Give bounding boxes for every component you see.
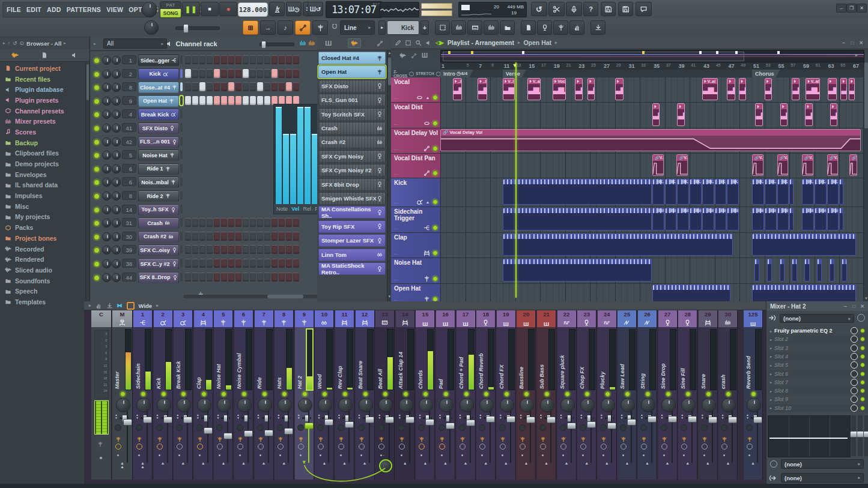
pan-mini-fader[interactable] bbox=[565, 417, 574, 419]
fx-eq-fader-3[interactable] bbox=[864, 415, 868, 456]
stereo-sep-knob[interactable] bbox=[479, 424, 485, 431]
route-source-arrow[interactable]: ▼ bbox=[302, 459, 307, 465]
step-15[interactable] bbox=[286, 69, 292, 78]
pattern-clip[interactable]: ∃K.. bbox=[839, 179, 843, 205]
track-led[interactable] bbox=[432, 146, 438, 151]
pan-mini-fader[interactable] bbox=[302, 417, 311, 419]
graph-tab-rel[interactable]: Rel bbox=[303, 206, 312, 212]
step-3[interactable] bbox=[199, 245, 205, 254]
step-14[interactable] bbox=[279, 55, 285, 64]
swing-slider-handle[interactable] bbox=[183, 24, 189, 33]
stereo-sep-knob[interactable] bbox=[277, 424, 284, 431]
step-9[interactable] bbox=[243, 69, 249, 78]
step-6[interactable] bbox=[221, 273, 227, 282]
pattern-clip[interactable]: ∃Si.. bbox=[777, 208, 789, 230]
strip-pan-knob[interactable] bbox=[378, 398, 393, 412]
mixer-strip-saw-lead[interactable]: 25Saw Lead▲▼▲ bbox=[618, 310, 637, 480]
step-8[interactable] bbox=[235, 245, 241, 254]
channel-display-number[interactable]: 1 bbox=[122, 55, 136, 64]
fx-eq-fader-2[interactable] bbox=[858, 415, 863, 456]
strip-pan-knob[interactable] bbox=[298, 398, 312, 412]
strip-clock-icon[interactable] bbox=[540, 444, 546, 450]
route-arrow[interactable]: ▲ bbox=[282, 462, 286, 465]
mixer-hand-icon[interactable] bbox=[96, 303, 102, 309]
audio-clip[interactable]: ⏵ ▃▆▂▇▄▆▃▇▂▅▆▃▃▆▂▇▄▆▃▇▂▅▆▃ bbox=[828, 78, 837, 100]
step-edit-button[interactable]: ⊞ bbox=[243, 20, 258, 35]
step-10[interactable] bbox=[250, 55, 256, 64]
strip-clock-icon[interactable] bbox=[419, 444, 425, 450]
channel-volume-knob[interactable] bbox=[112, 218, 121, 227]
volume-fader-track[interactable] bbox=[470, 411, 471, 463]
automation-clip[interactable]: 🔗V.. bbox=[676, 154, 688, 176]
volume-fader-track[interactable] bbox=[348, 411, 350, 463]
step-14[interactable] bbox=[279, 232, 285, 241]
picker-tab-samples-icon[interactable] bbox=[348, 38, 361, 48]
route-arrow[interactable]: ▲ bbox=[751, 462, 755, 465]
channel-volume-knob[interactable] bbox=[112, 273, 121, 282]
step-3[interactable] bbox=[199, 232, 205, 241]
step-7[interactable] bbox=[228, 245, 234, 254]
pattern-clip[interactable]: ∃K.. bbox=[677, 179, 689, 205]
browser-item-speech[interactable]: Speech bbox=[0, 286, 84, 297]
audio-clip[interactable]: ⏵ ▃▆▂▇▄▆▃▇▂▅▆▃▃▆▂▇▄▆▃▇▂▅▆▃ bbox=[677, 103, 684, 126]
graph-bar-1[interactable] bbox=[276, 107, 282, 204]
audio-clip[interactable]: ⏵ ▃▆▂▇▄▆▃▇▂▅▆▃▃▆▂▇▄▆▃▇▂▅▆▃ bbox=[587, 78, 595, 100]
slot-expand-icon[interactable]: ▸ bbox=[770, 346, 772, 350]
mixer-strip-break-kick[interactable]: 3Break Kick▲▼▲ bbox=[174, 310, 193, 480]
step-13[interactable] bbox=[272, 232, 278, 241]
strip-clock-icon[interactable] bbox=[318, 444, 324, 450]
strip-clock-icon[interactable] bbox=[399, 444, 405, 450]
step-5[interactable] bbox=[214, 55, 220, 64]
route-arrow[interactable]: ▲ bbox=[363, 462, 367, 465]
channel-volume-knob[interactable] bbox=[112, 259, 121, 268]
volume-fader-handle[interactable] bbox=[284, 428, 293, 435]
fx-slot-4[interactable]: ▸Slot 4 bbox=[768, 352, 867, 361]
strip-header[interactable]: 21Ш bbox=[537, 310, 556, 327]
pattern-clip[interactable]: ∃Si.. bbox=[839, 208, 843, 230]
strip-led[interactable] bbox=[363, 391, 368, 397]
volume-fader-handle[interactable] bbox=[324, 419, 333, 426]
strip-led[interactable] bbox=[544, 391, 550, 397]
browser-item-my-projects[interactable]: My projects bbox=[0, 212, 84, 223]
channel-display-number[interactable]: 6 bbox=[122, 164, 136, 173]
mixer-strip-ride[interactable]: 7Ride▲▼▲ bbox=[255, 310, 274, 480]
strip-header[interactable]: 25 bbox=[618, 310, 636, 327]
strip-pan-knob[interactable] bbox=[318, 398, 332, 412]
channel-name-button[interactable]: Ride 1 bbox=[138, 163, 179, 175]
channel-pan-knob[interactable] bbox=[102, 232, 111, 241]
slot-expand-icon[interactable]: ▸ bbox=[770, 397, 772, 402]
pan-mini-fader[interactable] bbox=[584, 417, 593, 419]
step-15[interactable] bbox=[286, 218, 292, 227]
volume-fader-handle[interactable] bbox=[708, 417, 717, 423]
channel-pan-knob[interactable] bbox=[102, 259, 111, 268]
fx-eq-display[interactable] bbox=[768, 415, 851, 457]
slot-expand-icon[interactable]: ▸ bbox=[770, 354, 772, 358]
channel-pan-knob[interactable] bbox=[102, 191, 111, 200]
pat-song-toggle[interactable]: PAT SONG bbox=[160, 1, 181, 18]
channel-pan-knob[interactable] bbox=[102, 137, 111, 146]
strip-header[interactable]: 11 bbox=[335, 310, 354, 327]
step-2[interactable] bbox=[192, 218, 198, 227]
volume-fader-track[interactable] bbox=[288, 411, 289, 463]
step-6[interactable] bbox=[221, 245, 227, 254]
strip-header[interactable]: 2 bbox=[154, 310, 172, 327]
fx-slot-6[interactable]: ▸Slot 6 bbox=[768, 370, 867, 378]
strip-led[interactable] bbox=[221, 391, 226, 397]
step-11[interactable] bbox=[257, 232, 263, 241]
route-arrow[interactable]: ▲ bbox=[504, 462, 508, 465]
pattern-clip[interactable] bbox=[792, 259, 797, 282]
track-clip-area[interactable]: ∃Si..∃Si..∃Si..∃Si..∃Si..∃Si..∃Si..∃Si..… bbox=[440, 207, 863, 232]
step-12[interactable] bbox=[264, 232, 270, 241]
audio-clip[interactable]: ⏵ ▃▆▂▇▄▆▃▇▂▅▆▃▃▆▂▇▄▆▃▇▂▅▆▃ bbox=[805, 103, 812, 126]
step-16[interactable] bbox=[293, 82, 299, 91]
slot-expand-icon[interactable]: ▸ bbox=[770, 372, 772, 376]
stereo-sep-knob[interactable] bbox=[519, 424, 526, 431]
step-6[interactable] bbox=[221, 259, 227, 268]
strip-header[interactable]: 6 bbox=[234, 310, 253, 327]
step-10[interactable] bbox=[250, 82, 256, 91]
step-16[interactable] bbox=[293, 273, 299, 282]
volume-fader-handle[interactable] bbox=[728, 417, 737, 423]
mixer-strip-c[interactable]: C303691215182124 bbox=[91, 310, 112, 480]
picker-tab-patterns-icon[interactable]: Ш bbox=[325, 40, 332, 47]
channel-enable-led[interactable] bbox=[94, 234, 100, 240]
